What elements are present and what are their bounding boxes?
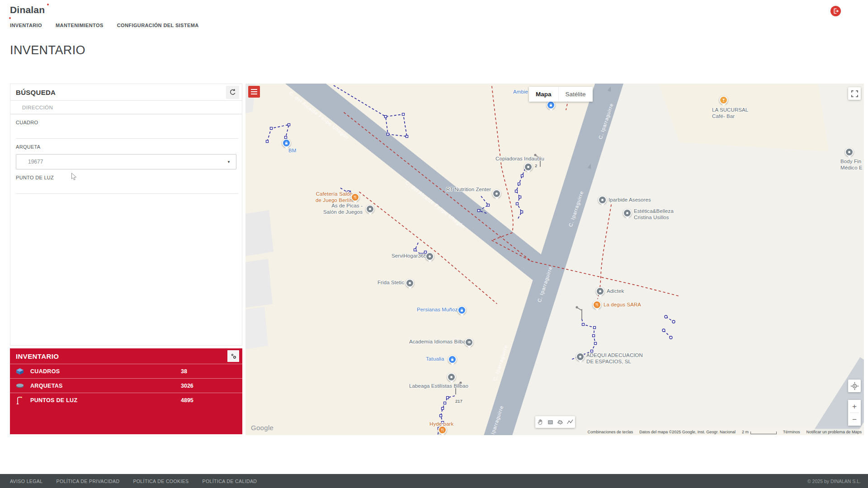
map-poi-marker[interactable] (576, 352, 585, 361)
inventory-row-puntos-de-luz[interactable]: PUNTOS DE LUZ 4895 (10, 393, 242, 407)
map-poi-marker[interactable] (465, 338, 473, 347)
app-window: Dinalan INVENTARIO MANTENIMIENTOS CONFIG… (0, 0, 868, 488)
map-poi-marker[interactable] (593, 300, 601, 309)
map-poi-marker[interactable] (845, 148, 854, 156)
report-problem-link[interactable]: Notificar un problema de Maps (806, 430, 862, 434)
hand-icon (537, 419, 543, 425)
nav-item-mantenimientos[interactable]: MANTENIMIENTOS (56, 23, 104, 28)
scale-text: 2 m (742, 430, 749, 434)
map-poi-label: RT Nutrition Zenter (446, 187, 491, 193)
footer-link-aviso-legal[interactable]: AVISO LEGAL (10, 479, 43, 484)
map-type-control: Mapa Satélite (529, 87, 593, 102)
crosshair-icon (851, 382, 859, 390)
puntos-de-luz-count: 4895 (181, 397, 193, 404)
map-poi-marker[interactable] (406, 279, 414, 287)
my-location-button[interactable] (848, 380, 861, 392)
map-poi-label: Persianas Muñoz (417, 307, 458, 313)
punto-de-luz-field: PUNTO DE LUZ (10, 169, 242, 194)
scale-bar (750, 432, 777, 434)
search-panel-header: BÚSQUEDA (10, 84, 242, 101)
zoom-control: + − (848, 400, 861, 426)
cuadro-label: CUADRO (16, 120, 236, 125)
zoom-in-button[interactable]: + (848, 400, 861, 413)
polyline-icon (567, 419, 573, 425)
map-poi-marker[interactable] (623, 209, 632, 217)
map-poi-marker[interactable] (598, 196, 607, 204)
map-type-satelite-button[interactable]: Satélite (558, 87, 593, 102)
logo-dot (47, 4, 49, 5)
map-menu-button[interactable] (248, 86, 260, 98)
terms-link[interactable]: Términos (783, 430, 800, 434)
map-poi-label: Estética&BellezaCristina Usillos (634, 208, 674, 221)
map-scale: 2 m (742, 430, 777, 434)
light-point-number: 217 (455, 399, 462, 404)
map-poi-marker[interactable] (425, 252, 434, 261)
map-poi-label: Academia Idiomas Bilbao (409, 339, 469, 345)
refresh-icon (229, 89, 236, 96)
arqueta-selected-value: 19677 (28, 159, 43, 165)
inventory-title: INVENTARIO (16, 352, 59, 360)
map-type-mapa-button[interactable]: Mapa (529, 87, 558, 102)
map-poi-label: BM (288, 148, 296, 154)
map-poi-label: ADEQUI ADECUACIONDE ESPACIOS, SL (586, 352, 643, 365)
inventory-row-arquetas[interactable]: ARQUETAS 3026 (10, 378, 242, 393)
map-poi-label: Cafetería Salónde Juego Berlín (316, 191, 353, 203)
map-poi-marker[interactable] (351, 193, 359, 202)
map-poi-marker[interactable] (719, 96, 728, 104)
footer-link-privacidad[interactable]: POLÍTICA DE PRIVACIDAD (57, 479, 120, 484)
top-bar: Dinalan (10, 5, 858, 20)
arqueta-field: ARQUETA 19677 ▼ (10, 139, 242, 169)
direccion-input[interactable] (10, 101, 242, 114)
streetlight-icon (16, 396, 26, 404)
arqueta-select[interactable]: 19677 ▼ (16, 154, 236, 169)
cuadro-field: CUADRO (10, 114, 242, 139)
logo-dot (9, 17, 11, 19)
footer-link-calidad[interactable]: POLÍTICA DE CALIDAD (203, 479, 257, 484)
polyline-tool-button[interactable] (565, 416, 575, 428)
google-logo[interactable]: Google (251, 424, 274, 432)
map-poi-marker[interactable] (448, 355, 457, 364)
fullscreen-button[interactable] (848, 87, 861, 100)
map-poi-marker[interactable] (596, 287, 604, 296)
map-canvas[interactable]: C. del Alcalde Felipe UhagónC. del Alcal… (245, 84, 864, 435)
map-poi-label: Frida Stetic (377, 280, 404, 286)
map-poi-label: Body FinMédico E (840, 159, 863, 171)
zoom-out-button[interactable]: − (848, 413, 861, 426)
map-poi-marker[interactable] (438, 426, 447, 434)
chevron-down-icon: ▼ (227, 160, 231, 164)
map-attribution: Combinaciones de teclas Datos del mapa ©… (586, 429, 863, 435)
map-poi-marker[interactable] (366, 205, 374, 213)
copyright-text: © 2025 by DINALAN S.L. (807, 479, 861, 484)
logout-button[interactable] (830, 6, 841, 16)
cube-icon (16, 368, 26, 375)
rectangle-tool-button[interactable] (545, 416, 555, 428)
drawing-toolbar (535, 416, 575, 428)
map-poi-label: Labeaga Estilistas Bilbao (409, 383, 468, 389)
nav-item-configuracion[interactable]: CONFIGURACIÓN DEL SISTEMA (117, 23, 199, 28)
punto-de-luz-input[interactable] (16, 180, 238, 194)
nav-item-inventario[interactable]: INVENTARIO (10, 23, 42, 28)
map-poi-marker[interactable] (524, 163, 533, 171)
map-decoration-layer (245, 84, 864, 435)
inventory-row-cuadros[interactable]: CUADROS 38 (10, 364, 242, 378)
settings-button[interactable] (227, 350, 239, 362)
map-poi-label: Copiadoras Indautxu (495, 156, 544, 162)
polygon-icon (557, 419, 563, 425)
footer-link-cookies[interactable]: POLÍTICA DE COOKIES (133, 479, 189, 484)
gears-icon (230, 353, 237, 360)
polygon-tool-button[interactable] (555, 416, 565, 428)
light-point-number: 2 (535, 163, 537, 168)
refresh-button[interactable] (226, 86, 239, 99)
map-poi-marker[interactable] (282, 139, 291, 147)
map-poi-marker[interactable] (447, 373, 456, 381)
map-poi-marker[interactable] (492, 189, 501, 198)
cuadro-input[interactable] (16, 125, 238, 139)
disc-icon (16, 383, 26, 389)
map-poi-label: Adictek (607, 288, 624, 295)
pan-tool-button[interactable] (535, 416, 545, 428)
map-poi-marker[interactable] (458, 306, 466, 314)
map-poi-label: Tatualia (426, 356, 444, 362)
map-poi-marker[interactable] (547, 101, 555, 109)
keyboard-shortcuts-link[interactable]: Combinaciones de teclas (588, 430, 633, 434)
map-poi-label: LA SUCURSALCafé- Bar (712, 107, 748, 119)
